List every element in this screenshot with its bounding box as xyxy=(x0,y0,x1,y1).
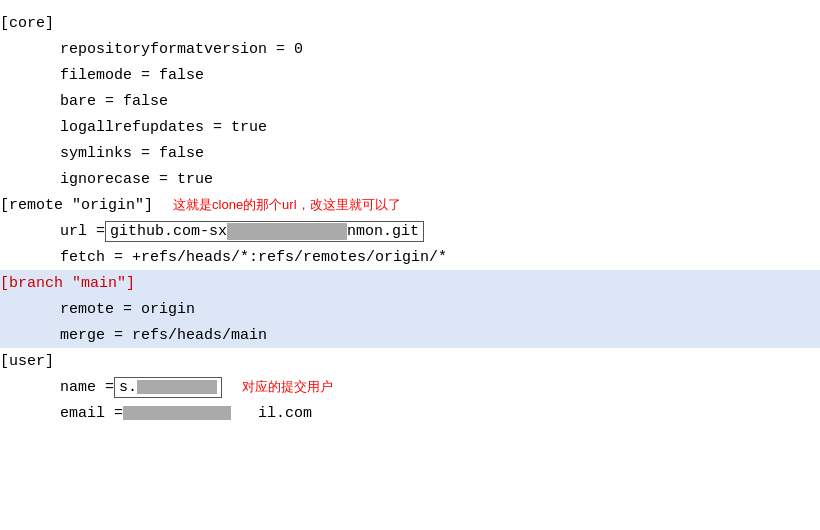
fetch-text: fetch = +refs/heads/*:refs/remotes/origi… xyxy=(60,249,447,266)
line-symlinks: symlinks = false xyxy=(0,140,820,166)
repoformatversion-text: repositoryformatversion = 0 xyxy=(60,41,303,58)
remote-text: remote = origin xyxy=(60,301,195,318)
email-label: email = xyxy=(60,405,123,422)
merge-text: merge = refs/heads/main xyxy=(60,327,267,344)
url-value-box: github.com-sx nmon.git xyxy=(105,221,424,242)
name-start: s. xyxy=(119,379,137,396)
filemode-text: filemode = false xyxy=(60,67,204,84)
code-viewer: [core] repositoryformatversion = 0 filem… xyxy=(0,0,820,530)
line-repoformatversion: repositoryformatversion = 0 xyxy=(0,36,820,62)
line-name: name = s. 对应的提交用户 xyxy=(0,374,820,400)
line-core-header: [core] xyxy=(0,10,820,36)
remote-annotation: 这就是clone的那个url，改这里就可以了 xyxy=(173,196,401,214)
line-remote: remote = origin xyxy=(0,296,820,322)
name-masked-part xyxy=(137,380,217,394)
url-label: url = xyxy=(60,223,105,240)
ignorecase-text: ignorecase = true xyxy=(60,171,213,188)
line-email: email = il.com xyxy=(0,400,820,426)
line-remote-header: [remote "origin"] 这就是clone的那个url，改这里就可以了 xyxy=(0,192,820,218)
url-end: nmon.git xyxy=(347,223,419,240)
line-url: url = github.com-sx nmon.git xyxy=(0,218,820,244)
email-domain-separator xyxy=(231,405,258,422)
line-filemode: filemode = false xyxy=(0,62,820,88)
line-merge: merge = refs/heads/main xyxy=(0,322,820,348)
line-logallrefupdates: logallrefupdates = true xyxy=(0,114,820,140)
name-value-box: s. xyxy=(114,377,222,398)
user-section-label: [user] xyxy=(0,353,54,370)
url-masked-part xyxy=(227,223,347,240)
symlinks-text: symlinks = false xyxy=(60,145,204,162)
core-section-label: [core] xyxy=(0,15,54,32)
branch-section-label: [branch "main"] xyxy=(0,275,135,292)
line-fetch: fetch = +refs/heads/*:refs/remotes/origi… xyxy=(0,244,820,270)
name-annotation: 对应的提交用户 xyxy=(242,378,333,396)
logallrefupdates-text: logallrefupdates = true xyxy=(60,119,267,136)
line-ignorecase: ignorecase = true xyxy=(0,166,820,192)
email-end: il.com xyxy=(258,405,312,422)
line-branch-header: [branch "main"] xyxy=(0,270,820,296)
email-masked-part xyxy=(123,406,231,420)
bare-text: bare = false xyxy=(60,93,168,110)
remote-section-label: [remote "origin"] xyxy=(0,197,153,214)
line-user-header: [user] xyxy=(0,348,820,374)
line-bare: bare = false xyxy=(0,88,820,114)
url-start: github.com-sx xyxy=(110,223,227,240)
name-label: name = xyxy=(60,379,114,396)
